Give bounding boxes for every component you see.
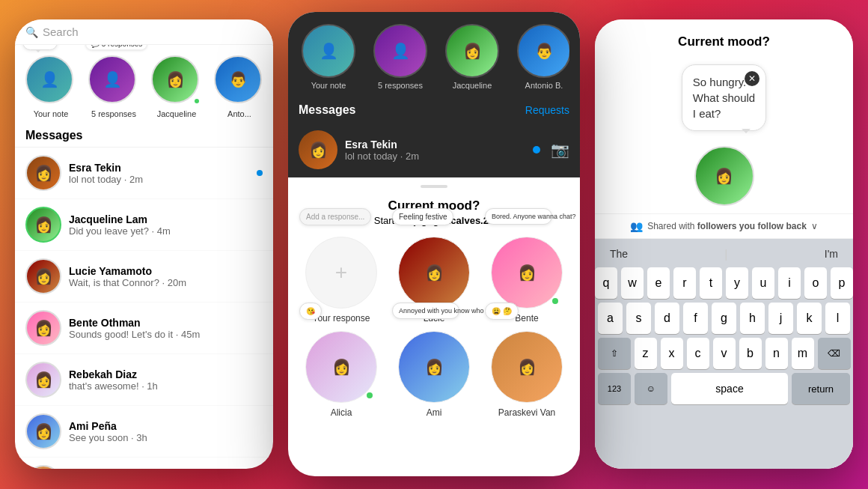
- key-q[interactable]: q: [595, 267, 617, 299]
- mid-story-responses[interactable]: 👤 5 responses: [370, 24, 430, 90]
- mid-msg-info-esra: Esra Tekin lol not today · 2m: [345, 139, 525, 162]
- key-delete[interactable]: ⌫: [818, 338, 851, 369]
- msg-preview-lucie: Wait, is that Connor? · 20m: [69, 277, 263, 288]
- story-label-your-note: Your note: [34, 109, 69, 118]
- avatar-rebekah: 👩: [25, 362, 61, 398]
- search-bar[interactable]: 🔍 Search: [15, 19, 273, 45]
- mid-story-note[interactable]: Note... 👤 Your note: [299, 24, 358, 90]
- message-item-lucie[interactable]: 👩 Lucie Yamamoto Wait, is that Connor? ·…: [15, 251, 273, 303]
- key-r[interactable]: r: [673, 267, 696, 299]
- mood-label-bente: Bente: [515, 313, 538, 324]
- key-l[interactable]: l: [825, 303, 850, 334]
- key-s[interactable]: s: [626, 303, 651, 334]
- right-content: Current mood? ✕ So hungry.What shouldI e…: [595, 19, 853, 469]
- mood-avatar-lucie: 👩: [398, 237, 470, 309]
- right-shared-info[interactable]: 👥 Shared with followers you follow back …: [595, 213, 853, 239]
- key-p[interactable]: p: [831, 267, 853, 299]
- mid-story-label-responses: 5 responses: [378, 81, 423, 90]
- key-d[interactable]: d: [655, 303, 679, 334]
- key-i[interactable]: i: [778, 267, 801, 299]
- message-item-ami[interactable]: 👩 Ami Peña See you soon · 3h: [15, 406, 273, 458]
- msg-info-lucie: Lucie Yamamoto Wait, is that Connor? · 2…: [69, 265, 263, 288]
- mid-story-label-antonio: Antonio B.: [525, 81, 563, 90]
- camera-icon[interactable]: 📷: [551, 141, 569, 159]
- mood-label-alicia: Alicia: [331, 407, 352, 418]
- suggest-the[interactable]: The: [610, 248, 628, 261]
- key-shift[interactable]: ⇧: [598, 338, 631, 369]
- mid-story-label-note: Your note: [311, 81, 346, 90]
- keyboard-row-2: a s d f g h j k l: [598, 303, 850, 334]
- key-space[interactable]: space: [671, 373, 788, 404]
- mood-avatar-paraskevi: 👩: [491, 331, 563, 403]
- message-item-bente[interactable]: 👩 Bente Othman Sounds good! Let's do it …: [15, 303, 273, 354]
- story-label-antonio: Anto...: [227, 109, 251, 118]
- key-o[interactable]: o: [804, 267, 827, 299]
- key-return[interactable]: return: [792, 373, 850, 404]
- mid-message-esra[interactable]: 👩 Esra Tekin lol not today · 2m 📷: [288, 123, 580, 177]
- key-k[interactable]: k: [797, 303, 822, 334]
- mid-story-jacqueline[interactable]: 👩 Jacqueline: [442, 24, 502, 90]
- mood-bubble-bente: Bored. Anyone wanna chat?: [485, 208, 552, 225]
- key-x[interactable]: x: [661, 338, 683, 369]
- mid-story-label-jacqueline: Jacqueline: [453, 81, 492, 90]
- right-mood-title: Current mood?: [595, 19, 853, 57]
- mood-green-dot-bente: [551, 297, 560, 306]
- key-b[interactable]: b: [739, 338, 762, 369]
- mood-item-paraskevi[interactable]: 😩 🤔 👩 Paraskevi Van: [484, 331, 569, 418]
- story-jacqueline[interactable]: 👩 Jacqueline: [150, 55, 204, 118]
- key-v[interactable]: v: [713, 338, 736, 369]
- right-avatar-area: 👩: [595, 146, 853, 206]
- people-icon: 👥: [630, 220, 643, 232]
- key-z[interactable]: z: [635, 338, 657, 369]
- mood-item-alicia[interactable]: 😘 👩 Alicia: [299, 331, 384, 418]
- mid-story-antonio[interactable]: 👨 Antonio B.: [514, 24, 569, 90]
- mood-bubble-paraskevi: 😩 🤔: [485, 303, 519, 320]
- avatar-bente: 👩: [25, 310, 61, 346]
- avatar-ami: 👩: [25, 413, 61, 449]
- key-y[interactable]: y: [726, 267, 748, 299]
- right-note-area: ✕ So hungry.What shouldI eat?: [595, 57, 853, 146]
- mid-requests-label[interactable]: Requests: [525, 104, 569, 116]
- msg-info-bente: Bente Othman Sounds good! Let's do it · …: [69, 317, 263, 340]
- close-button[interactable]: ✕: [745, 71, 760, 86]
- key-f[interactable]: f: [683, 303, 708, 334]
- message-item-jacqueline[interactable]: 👩 Jacqueline Lam Did you leave yet? · 4m: [15, 199, 273, 251]
- key-n[interactable]: n: [765, 338, 788, 369]
- key-g[interactable]: g: [712, 303, 736, 334]
- mood-label-ami: Ami: [427, 407, 442, 418]
- key-numbers[interactable]: 123: [598, 373, 631, 404]
- key-u[interactable]: u: [752, 267, 774, 299]
- message-item-rebekah[interactable]: 👩 Rebekah Diaz that's awesome! · 1h: [15, 354, 273, 406]
- key-h[interactable]: h: [740, 303, 765, 334]
- story-your-note[interactable]: Note... 👤 Your note: [24, 55, 78, 118]
- key-a[interactable]: a: [598, 303, 623, 334]
- msg-name-rebekah: Rebekah Diaz: [69, 368, 263, 380]
- message-item-esra[interactable]: 👩 Esra Tekin lol not today · 2m: [15, 148, 273, 199]
- key-emoji[interactable]: ☺: [635, 373, 667, 404]
- msg-preview-ami: See you soon · 3h: [69, 432, 263, 443]
- mid-msg-name-esra: Esra Tekin: [345, 139, 525, 151]
- modal-handle: [421, 185, 447, 188]
- suggest-im[interactable]: I'm: [825, 248, 838, 261]
- unread-dot-esra: [257, 170, 263, 176]
- story-responses[interactable]: 💬 5 responses 👤 5 responses: [87, 55, 141, 118]
- key-j[interactable]: j: [768, 303, 793, 334]
- story-antonio[interactable]: 👨 Anto...: [213, 55, 266, 118]
- story-label-responses: 5 responses: [91, 109, 136, 118]
- key-e[interactable]: e: [647, 267, 670, 299]
- key-w[interactable]: w: [621, 267, 644, 299]
- key-m[interactable]: m: [792, 338, 814, 369]
- mid-msg-preview-esra: lol not today · 2m: [345, 151, 525, 162]
- key-t[interactable]: t: [700, 267, 722, 299]
- mid-messages-header: Messages Requests: [288, 97, 580, 123]
- mood-bubble-lucie: Feeling festive: [392, 208, 453, 225]
- message-item-alicia[interactable]: 👩 Alicia López: [15, 458, 273, 469]
- middle-top-dark: Note... 👤 Your note 👤 5 responses 👩 Jacq…: [288, 12, 580, 97]
- shared-text: Shared with followers you follow back: [647, 221, 807, 231]
- msg-preview-rebekah: that's awesome! · 1h: [69, 380, 263, 392]
- msg-name-lucie: Lucie Yamamoto: [69, 265, 263, 277]
- avatar-alicia: 👩: [25, 465, 61, 469]
- story-label-jacqueline: Jacqueline: [157, 109, 197, 118]
- key-c[interactable]: c: [687, 338, 709, 369]
- mood-item-ami[interactable]: Annoyed with you know who 👩 Ami: [391, 331, 477, 418]
